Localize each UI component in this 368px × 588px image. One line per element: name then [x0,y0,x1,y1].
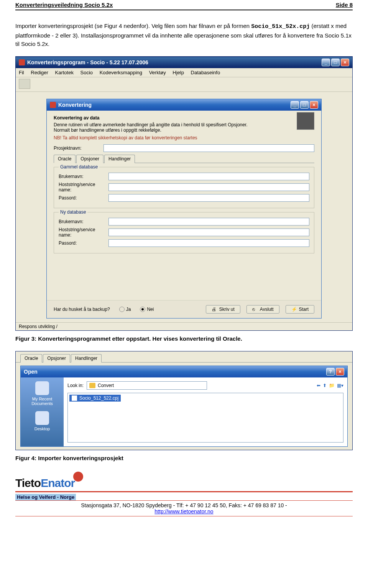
konv-icon [50,102,56,108]
footer-text: Stasjonsgata 37, NO-1820 Spydeberg - Tlf… [15,500,353,516]
button-row: Har du husket å ta backup? Ja Nei 🖨Skriv… [47,300,321,318]
folder-icon [89,383,95,388]
tab2-oracle[interactable]: Oracle [20,354,42,363]
close-button[interactable]: × [341,59,349,66]
old-db-title: Gammel database [59,164,99,170]
figure3-caption: Figur 3: Konverteringsprogrammet etter o… [15,335,353,342]
konv-desc2: Normalt bør handlingene utføres i oppgit… [54,127,314,133]
new-pass-input[interactable] [108,239,309,247]
lookin-value: Convert [98,383,114,388]
backup-question: Har du husket å ta backup? [54,307,110,312]
desktop-icon [35,411,49,425]
file-item[interactable]: Socio_512_522.cpj [69,395,121,402]
exit-icon: ⎋ [252,307,258,312]
menu-hjelp[interactable]: Hjelp [172,70,184,75]
proj-label: Prosjektnavn: [54,145,104,151]
tab2-handlinger[interactable]: Handlinger [71,354,102,363]
tab-opsjoner[interactable]: Opsjoner [76,155,104,163]
footer: TietoEnator Helse og Velferd - Norge Sta… [15,477,353,516]
open-dialog: Open ?× My Recent Documents Desktop Look… [20,366,348,447]
proj-input[interactable] [104,144,314,152]
file-list[interactable]: Socio_512_522.cpj [67,393,343,443]
tab-handlinger[interactable]: Handlinger [104,155,135,163]
new-folder-icon[interactable]: 📁 [329,383,335,388]
menu-kodeverksmapping[interactable]: Kodeverksmapping [100,70,142,75]
menu-databaseinfo[interactable]: Databaseinfo [191,70,220,75]
print-button[interactable]: 🖨Skriv ut [206,305,240,314]
logo-badge-icon [73,472,83,482]
start-button[interactable]: ⚡Start [286,305,314,314]
header-left: Konverteringsveiledning Socio 5.2x [15,2,113,8]
intro-paragraph: Importer konverteringsprosjekt (se Figur… [15,22,353,49]
lookin-label: Look in: [67,383,84,388]
old-user-input[interactable] [108,173,309,180]
open-close-button[interactable]: × [336,368,344,376]
toolbar-button[interactable] [19,79,30,89]
maximize-button[interactable]: □ [331,59,340,66]
tabs: Oracle Opsjoner Handlinger [54,154,314,163]
menu-verktoy[interactable]: Verktøy [149,70,166,75]
open-titlebar: Open ?× [21,366,347,377]
open-sidebar: My Recent Documents Desktop [21,377,64,446]
konv-minimize-button[interactable]: _ [291,101,299,109]
konv-maximize-button[interactable]: □ [300,101,309,109]
konv-desc1: Denne rutinen vil utføre avmerkede handl… [54,122,314,127]
app-icon [19,59,25,65]
logo: TietoEnator [15,477,353,490]
new-db-title: Ny database [59,209,87,215]
old-host-input[interactable] [108,183,309,191]
konv-title: Konvertering [58,102,92,108]
new-db-fieldset: Ny database Brukernavn: Hoststring/servi… [54,212,314,253]
new-pass-label: Passord: [59,240,108,246]
new-host-input[interactable] [108,229,309,236]
konv-close-button[interactable]: × [310,101,318,109]
back-icon[interactable]: ⬅ [317,383,320,388]
app-titlebar: Konverteringsprogram - Socio - 5.22 17.0… [16,57,352,68]
tab-oracle[interactable]: Oracle [54,155,76,163]
sidebar-recent[interactable]: My Recent Documents [23,381,61,406]
old-pass-input[interactable] [108,194,309,202]
up-icon[interactable]: ⬆ [323,383,327,388]
konv-section: Konvertering av data [54,115,314,121]
app-title: Konverteringsprogram - Socio - 5.22 17.0… [27,59,148,65]
statusbar: Respons utvikling / [16,322,352,330]
tabstrip2: Oracle Opsjoner Handlinger [16,351,352,363]
open-screenshot: Oracle Opsjoner Handlinger Open ?× My Re… [15,351,353,450]
konv-warning: NB! Ta alltid komplett sikkerhetskopi av… [54,135,314,140]
doc-header: Konverteringsveiledning Socio 5.2x Side … [15,0,353,10]
gear-icon [297,112,314,130]
minimize-button[interactable]: _ [322,59,330,66]
tab2-opsjoner[interactable]: Opsjoner [43,354,70,363]
menu-kartotek[interactable]: Kartotek [55,70,74,75]
toolbar [16,77,352,92]
menubar: Fil Rediger Kartotek Socio Kodeverksmapp… [16,68,352,77]
konv-panel: Konvertering av data Denne rutinen vil u… [47,111,321,300]
konv-titlebar: Konvertering _ □ × [47,99,321,111]
app-window: Konverteringsprogram - Socio - 5.22 17.0… [15,56,353,331]
new-user-label: Brukernavn: [59,219,108,224]
old-db-fieldset: Gammel database Brukernavn: Hoststring/s… [54,167,314,208]
sidebar-desktop[interactable]: Desktop [23,411,61,431]
radio-ja[interactable]: Ja [119,307,131,312]
file-icon [72,395,77,401]
konvertering-window: Konvertering _ □ × Konvertering av data … [46,99,322,318]
figure4-caption: Figur 4: Importer konverteringsprosjekt [15,455,353,461]
menu-rediger[interactable]: Rediger [31,70,48,75]
print-icon: 🖨 [212,307,217,312]
menu-fil[interactable]: Fil [19,70,24,75]
start-icon: ⚡ [291,307,297,312]
lookin-dropdown[interactable]: Convert [87,381,207,390]
open-title: Open [24,369,38,375]
header-right: Side 8 [336,2,353,8]
old-host-label: Hoststring/service name: [59,182,108,193]
old-pass-label: Passord: [59,195,108,201]
old-user-label: Brukernavn: [59,174,108,179]
menu-socio[interactable]: Socio [80,70,93,75]
open-help-button[interactable]: ? [326,368,335,376]
exit-button[interactable]: ⎋Avslutt [246,305,279,314]
footer-link[interactable]: http://www.tietoenator.no [154,508,213,514]
views-icon[interactable]: ▦▾ [337,383,343,388]
footer-sub: Helse og Velferd - Norge [15,494,76,500]
radio-nei[interactable]: Nei [140,307,154,312]
new-user-input[interactable] [108,218,309,225]
